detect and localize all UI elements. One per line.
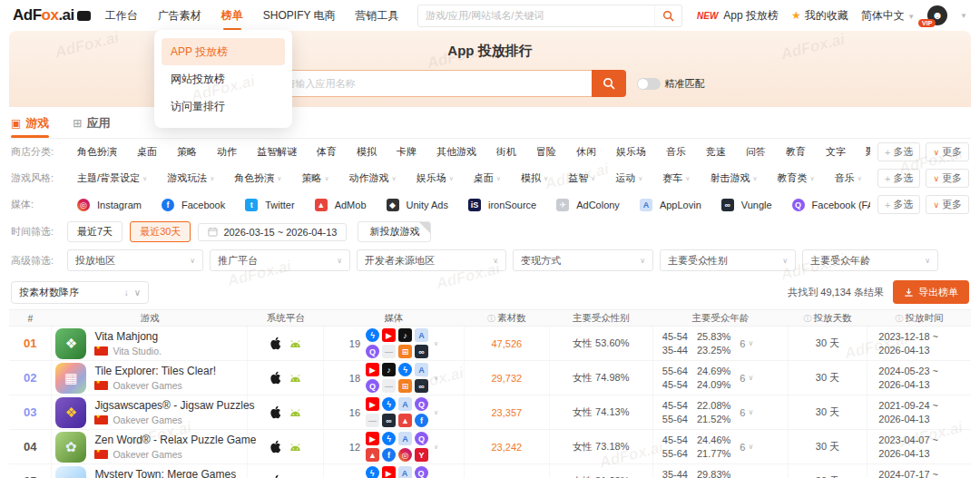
multi-select-button[interactable]: +多选 xyxy=(877,142,920,161)
filter-option[interactable]: 游戏玩法∨ xyxy=(157,171,224,185)
avatar[interactable]: ☻ VIP xyxy=(927,5,947,25)
game-info[interactable]: ☕Mystery Town: Merge GamesCedar Games St… xyxy=(52,466,247,478)
nav-item[interactable]: 营销工具 xyxy=(356,0,399,32)
game-info[interactable]: ❖Vita MahjongVita Studio. xyxy=(52,328,247,359)
column-header[interactable]: 游戏 xyxy=(52,310,248,327)
dropdown-item[interactable]: 访问量排行 xyxy=(162,93,285,120)
column-header[interactable]: ⓘ投放时间 xyxy=(867,310,971,327)
media-option[interactable]: ◎Instagram xyxy=(67,199,152,211)
filter-option[interactable]: 运动∨ xyxy=(605,171,652,185)
tab-应用[interactable]: ⊞应用 xyxy=(73,115,110,138)
media-option[interactable]: ▲AdMob xyxy=(305,199,377,211)
column-header[interactable]: 媒体 xyxy=(324,310,465,327)
filter-option[interactable]: 策略 xyxy=(167,145,207,159)
age-count[interactable]: 6 ∨ xyxy=(740,373,753,384)
filter-option[interactable]: 体育 xyxy=(307,145,347,159)
filter-option[interactable]: 街机 xyxy=(486,145,526,159)
game-info[interactable]: ❖Jigsawscapes® - Jigsaw PuzzlesOakever G… xyxy=(52,397,247,428)
filter-option[interactable]: 娱乐场 xyxy=(606,145,656,159)
export-button[interactable]: 导出榜单 xyxy=(893,280,969,304)
media-option[interactable]: ✈AdColony xyxy=(546,199,630,211)
filter-option[interactable]: 射击游戏∨ xyxy=(700,171,767,185)
media-option[interactable]: fFacebook xyxy=(152,199,235,211)
filter-option[interactable]: 模拟 xyxy=(347,145,387,159)
advanced-select[interactable]: 主要受众性别∨ xyxy=(660,249,796,271)
advanced-select[interactable]: 开发者来源地区∨ xyxy=(357,249,506,271)
favorites-link[interactable]: 我的收藏 xyxy=(805,8,848,24)
filter-option[interactable]: 竞速 xyxy=(696,145,736,159)
filter-option[interactable]: 赛车∨ xyxy=(652,171,700,185)
column-header[interactable]: 主要受众年龄 xyxy=(652,310,788,327)
media-option[interactable]: ◆Unity Ads xyxy=(377,199,458,211)
filter-option[interactable]: 音乐∨ xyxy=(825,171,870,185)
filter-option[interactable]: 模拟∨ xyxy=(511,171,558,185)
tab-游戏[interactable]: ▣游戏 xyxy=(11,115,49,138)
nav-item[interactable]: 工作台 xyxy=(105,0,138,32)
column-header[interactable]: 主要受众性别 xyxy=(549,310,652,327)
column-header[interactable]: # xyxy=(9,310,52,327)
filter-option[interactable]: 问答 xyxy=(736,145,776,159)
filter-option[interactable]: 桌面 xyxy=(127,145,167,159)
advanced-select[interactable]: 推广平台∨ xyxy=(210,249,350,271)
filter-option[interactable]: 动作游戏∨ xyxy=(339,171,407,185)
nav-search-input[interactable] xyxy=(418,10,654,21)
filter-option[interactable]: 动作 xyxy=(207,145,247,159)
media-icons[interactable]: 16▶ϟAQ—∞▲f∨ xyxy=(324,397,464,427)
filter-option[interactable]: 桌面∨ xyxy=(464,171,511,185)
media-option[interactable]: tTwitter xyxy=(235,199,304,211)
dropdown-item[interactable]: APP 投放榜 xyxy=(162,38,285,65)
age-count[interactable]: 6 ∨ xyxy=(740,407,753,418)
age-count[interactable]: 6 ∨ xyxy=(740,442,753,453)
last-30-days-button[interactable]: 最近30天 xyxy=(130,221,191,242)
column-header[interactable]: ⓘ投放天数 xyxy=(788,310,867,327)
column-header[interactable]: 系统平台 xyxy=(248,310,324,327)
multi-select-button[interactable]: +多选 xyxy=(877,169,920,188)
advanced-select[interactable]: 变现方式∨ xyxy=(513,249,653,271)
filter-option[interactable]: 聚会游戏 xyxy=(856,145,870,159)
column-header[interactable]: ⓘ素材数 xyxy=(464,310,549,327)
exact-match-toggle[interactable] xyxy=(637,78,661,90)
filter-option[interactable]: 休闲 xyxy=(566,145,606,159)
game-info[interactable]: ✿Zen Word® - Relax Puzzle GameOakever Ga… xyxy=(52,432,247,463)
date-range-picker[interactable]: 2026-03-15 ~ 2026-04-13 xyxy=(198,223,347,241)
media-icons[interactable]: 12▶ϟAQ▲f◎Y∨ xyxy=(324,432,464,462)
nav-item[interactable]: 广告素材 xyxy=(158,0,201,32)
more-button[interactable]: ∨更多 xyxy=(926,195,969,214)
media-icons[interactable]: 19ϟ▶♪AQ—⊞∞∨ xyxy=(324,328,464,358)
last-7-days-button[interactable]: 最近7天 xyxy=(67,221,122,242)
filter-option[interactable]: 音乐 xyxy=(656,145,696,159)
chevron-down-icon[interactable]: ▼ xyxy=(960,12,967,20)
multi-select-button[interactable]: +多选 xyxy=(877,195,920,214)
filter-option[interactable]: 角色扮演∨ xyxy=(224,171,291,185)
dropdown-item[interactable]: 网站投放榜 xyxy=(162,65,285,93)
media-option[interactable]: iSironSource xyxy=(458,199,546,211)
advanced-select[interactable]: 投放地区∨ xyxy=(67,249,203,271)
search-button[interactable] xyxy=(592,70,626,97)
more-button[interactable]: ∨更多 xyxy=(926,169,969,188)
logo[interactable]: AdFox.ai xyxy=(13,6,91,24)
filter-option[interactable]: 娱乐场∨ xyxy=(407,171,464,185)
media-option[interactable]: ∞Vungle xyxy=(711,199,782,211)
nav-search-button[interactable] xyxy=(654,5,681,27)
age-count[interactable]: 6 ∨ xyxy=(740,338,753,349)
filter-option[interactable]: 角色扮演 xyxy=(67,145,127,159)
nav-item[interactable]: 榜单 xyxy=(221,0,243,32)
filter-option[interactable]: 策略∨ xyxy=(291,171,338,185)
filter-option[interactable]: 益智∨ xyxy=(558,171,605,185)
filter-option[interactable]: 教育类∨ xyxy=(768,171,825,185)
media-option[interactable]: AAppLovin xyxy=(630,199,711,211)
nav-item[interactable]: SHOPIFY 电商 xyxy=(263,0,336,32)
advanced-select[interactable]: 主要受众年龄∨ xyxy=(802,249,938,271)
language-select[interactable]: 简体中文 ▼ xyxy=(861,8,915,24)
sort-select[interactable]: 按素材数降序 ↓ ∨ xyxy=(11,281,149,304)
media-option[interactable]: QFacebook (FAN) xyxy=(782,199,870,211)
filter-option[interactable]: 卡牌 xyxy=(387,145,426,159)
app-search-input[interactable] xyxy=(276,70,592,97)
app-rank-link[interactable]: App 投放榜 xyxy=(723,8,779,24)
new-games-checkbox[interactable]: 新投放游戏 xyxy=(358,221,431,242)
media-icons[interactable]: 18▶♪ϟAQ—⊞∞∨ xyxy=(324,363,464,393)
media-icons[interactable]: 11ϟ▶AQ▲f◎◀∨ xyxy=(324,466,464,478)
filter-option[interactable]: 益智解谜 xyxy=(247,145,307,159)
more-button[interactable]: ∨更多 xyxy=(926,142,969,161)
game-info[interactable]: ▦Tile Explorer: Tiles Clear!Oakever Game… xyxy=(52,363,247,394)
